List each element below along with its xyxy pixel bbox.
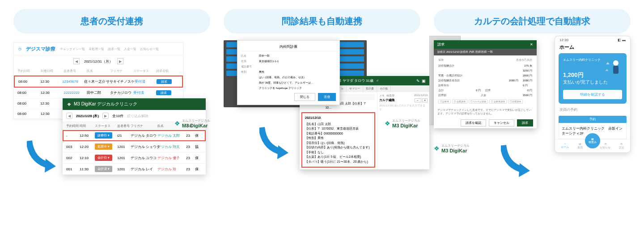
arrow-icon — [259, 125, 291, 161]
detail-line: 【タバコ】吸う(1日に 21〜30本、20 歳から) — [305, 160, 372, 164]
bill-button[interactable]: 請求 — [156, 90, 171, 95]
digikar-date[interactable]: 2021/1/28 (木) — [76, 114, 99, 118]
preview-button[interactable]: 請求を確認 — [461, 119, 486, 126]
detail-line: 【氏名】山田 太郎 — [305, 122, 372, 127]
modal-field: 電話番号 — [241, 65, 336, 69]
tab-payment[interactable]: 入金一覧 — [124, 47, 136, 51]
tab[interactable]: サマリー — [347, 85, 363, 92]
battery-icon: ◧ ▬ — [618, 38, 626, 42]
modal-field: 性別男性 — [241, 70, 336, 74]
nav-pharmacy[interactable]: ▤薬局 — [577, 142, 583, 150]
invoice-line: 合計0 円請求0 円 — [438, 88, 532, 93]
th: 予約時間 — [65, 124, 79, 128]
prev-day-button[interactable]: ◀ — [73, 58, 80, 64]
detail-line: 【現在症】はい(頭痛、発熱) — [305, 141, 372, 146]
digikar-row[interactable]: 00111:30会計済 ▾1201デジカル レイデジカル 玲23保 — [63, 164, 206, 175]
heading-text: 問診結果も自動連携 — [282, 16, 362, 26]
edit-icon[interactable]: ✎ — [416, 79, 420, 83]
chip[interactable]: ☐ 診察券 — [438, 99, 451, 104]
folder-icon[interactable]: ▣ — [422, 79, 426, 83]
undo-icon[interactable]: ← — [415, 98, 421, 102]
svg-point-0 — [613, 60, 619, 66]
count-label: 全10件 — [112, 114, 123, 118]
current-date[interactable]: 2021/12/31（月） — [84, 59, 113, 64]
th: ステータス — [94, 124, 116, 128]
reception-row[interactable]: 08:0012:3022222222田中二郎タナカジロウ受付済請求 — [14, 88, 183, 98]
invoice-subtitle: 診療日 2021/12/10 診療科 内科 医師 医師 一郎 — [434, 49, 537, 55]
reception-row[interactable]: 08:0012:3012345678佐々木一之介ササキイチノスケ受付済請求 — [14, 76, 183, 88]
next-day-button[interactable]: ▶ — [117, 58, 123, 64]
detail-line: 【手術】なし — [305, 150, 372, 155]
bill-button[interactable]: 請求 — [157, 79, 172, 84]
nav-settings[interactable]: ⚙設定 — [619, 142, 624, 150]
reception-table-header: 予約日時 到着日時 患者番号 氏名 フリガナ ステータス 請求金額 — [14, 67, 183, 76]
detail-button[interactable]: 明細を確認する — [563, 90, 622, 99]
cancel-button[interactable]: キャンセル — [489, 119, 514, 126]
invoice-line: 診察券分0 円 — [438, 84, 532, 88]
reception-tabs: チェックイン一覧 未処理一覧 請求一覧 入金一覧 お知らせ一覧 — [60, 47, 159, 51]
th-pid: 患者番号 — [64, 69, 87, 73]
tab-notice[interactable]: お知らせ一覧 — [140, 47, 159, 51]
appointment-banner[interactable]: 予約 — [559, 116, 627, 123]
brand-sub: エムスリーデジカル — [182, 119, 210, 122]
tab-pending[interactable]: 未処理一覧 — [89, 47, 104, 51]
submit-button[interactable]: 送信 — [318, 93, 336, 101]
detail-line: 【住所】〒 1070052、東京都港区赤坂 — [305, 126, 372, 131]
chip[interactable]: ☐ 診察券請求 — [489, 99, 506, 104]
tab[interactable]: 指示書 — [363, 85, 377, 92]
detail-line: 【お薬】あり(1日 5 錠、ビール2本程度) — [305, 155, 372, 160]
th: フリガナ — [130, 124, 157, 128]
clock-icon: ◷ — [18, 47, 21, 51]
tab-billing[interactable]: 請求一覧 — [108, 47, 120, 51]
bell-icon: ◔ — [604, 142, 606, 145]
questionnaire-result: 2021/12/10 【氏名】山田 太郎【住所】〒 1070052、東京都港区赤… — [301, 112, 375, 168]
tab[interactable]: メモ — [379, 94, 385, 98]
brand-main: M3 DigiKar — [182, 123, 208, 128]
chip[interactable]: ☐ 自費請求 — [452, 99, 467, 104]
invoice-line: 診療報酬患者負担2080 円2080 円 — [438, 79, 532, 83]
fab-checkin[interactable]: ▦検査み — [585, 133, 600, 148]
chip[interactable]: ☐ カルテは登録 — [469, 99, 488, 104]
male-icon: ♂ — [376, 79, 379, 83]
detail-line: 【性別】男性 — [305, 136, 372, 141]
status-tag: 会計待 ▾ — [95, 155, 112, 161]
tab[interactable]: 検査歴 — [386, 94, 394, 98]
tab-checkin[interactable]: チェックイン一覧 — [60, 47, 85, 51]
heading-text: 患者の受付連携 — [80, 16, 143, 26]
gear-icon: ⚙ — [620, 142, 623, 145]
editor-date: 2021/12/10 — [414, 94, 428, 98]
prev-button[interactable]: ◀ — [66, 113, 72, 119]
phone-mockup: 12:30 ◧ ▬ ホーム エムスリー内科クリニック 1,200円 支払いが完了… — [555, 36, 631, 153]
brand-logo: ❖ エムスリーデジカルM3 DigiKar — [174, 118, 210, 128]
tab[interactable]: その他 — [377, 85, 391, 92]
status-tag: 処置中 ▾ — [95, 143, 112, 150]
confirm-button[interactable]: 請求 — [517, 119, 533, 126]
next-appointment-label: 次回の予約 — [555, 104, 630, 116]
brand-logo: ❖ エムスリーデジカルM3 DigiKar — [434, 143, 470, 153]
leaf-icon: ❖ — [385, 120, 390, 127]
next-button[interactable]: ▶ — [102, 113, 109, 119]
chip[interactable]: ☐ 自費請求 — [508, 99, 523, 104]
filter-reset[interactable]: 絞り込み解除 — [127, 114, 148, 118]
nav-home[interactable]: ⌂ホーム — [561, 142, 569, 150]
heading-pill: カルテの会計処理で自動請求 — [434, 9, 631, 34]
digikar-row[interactable]: -12:50診療待 ▾i21デジカル タロウデジカル 太郎23保 — [63, 130, 206, 141]
editor-placeholder: 2021/12/10 (金) のカルテを入力できます — [379, 104, 428, 112]
close-button[interactable]: 閉じる — [294, 93, 315, 101]
digikar-row[interactable]: 00212:10会計待 ▾1201デジカル ユウコデジカル 優子23保 — [63, 152, 206, 164]
detail-line: 【症状の内容】あり(発熱から咳も含んでます) — [305, 145, 372, 150]
add-icon[interactable]: + — [422, 98, 428, 102]
th: 患者番号 — [116, 124, 130, 128]
close-icon[interactable]: ✕ — [530, 42, 533, 46]
modal-field: 住所東京都港区1-1-1 — [241, 59, 336, 63]
nav-notice[interactable]: ◔お知らせ — [600, 142, 610, 150]
invoice-message: デジスマでチェックインした患者です。すでにデジスマで支払いが完了しています。デジ… — [434, 106, 537, 118]
pharmacy-icon: ▤ — [579, 142, 581, 145]
reception-header: ◷ デジスマ診療 チェックイン一覧 未処理一覧 請求一覧 入金一覧 お知らせ一覧 — [14, 43, 183, 55]
arrow-icon — [501, 143, 532, 179]
digikar-row[interactable]: 00312:20処置中 ▾1201デジカル ショウタデジカル 翔太23協 — [63, 141, 206, 152]
phone-bottom-nav: ▦検査み ⌂ホーム ▤薬局 ·· ◔お知らせ ⚙設定 — [555, 139, 630, 152]
status-tag: 会計済 ▾ — [95, 166, 112, 172]
heading-pill: 問診結果も自動連携 — [224, 9, 420, 34]
invoice-line: 診療報酬合計275 点 — [438, 64, 532, 68]
